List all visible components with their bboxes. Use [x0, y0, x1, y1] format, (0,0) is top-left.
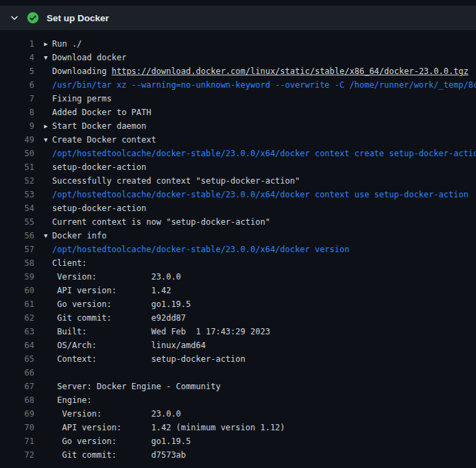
log-text: setup-docker-action: [52, 201, 146, 215]
log-line-content: ▼Download docker: [44, 51, 126, 64]
arrow-spacer: [44, 352, 52, 366]
line-number[interactable]: 61: [0, 297, 34, 311]
line-number[interactable]: 7: [0, 92, 34, 106]
log-line: 53/opt/hostedtoolcache/docker-stable/23.…: [0, 188, 476, 201]
line-number[interactable]: 4: [0, 51, 34, 64]
log-text: Current context is now "setup-docker-act…: [52, 215, 270, 229]
line-number[interactable]: 9: [0, 119, 34, 133]
log-line[interactable]: 56▼Docker info: [0, 229, 476, 243]
log-line-content: Server: Docker Engine - Community: [44, 380, 221, 393]
arrow-spacer: [44, 188, 52, 201]
group-collapsed-triangle-icon[interactable]: ▶: [44, 119, 52, 133]
arrow-spacer: [44, 201, 52, 215]
log-line[interactable]: 1▶Run ./: [0, 37, 476, 51]
log-line: 69 Version: 23.0.0: [0, 407, 476, 421]
log-line: 52Successfully created context "setup-do…: [0, 174, 476, 188]
line-number[interactable]: 62: [0, 311, 34, 325]
log-text: Client:: [52, 256, 87, 270]
log-line: 6/usr/bin/tar xz --warning=no-unknown-ke…: [0, 78, 476, 92]
log-text: Docker info: [52, 229, 106, 243]
step-header[interactable]: Set up Docker: [0, 5, 476, 30]
arrow-spacer: [44, 297, 52, 311]
arrow-spacer: [44, 338, 52, 352]
line-number[interactable]: 54: [0, 201, 34, 215]
line-number[interactable]: 71: [0, 434, 34, 448]
line-number[interactable]: 66: [0, 366, 34, 380]
log-line-content: /opt/hostedtoolcache/docker-stable/23.0.…: [44, 243, 349, 256]
line-number[interactable]: 8: [0, 106, 34, 119]
log-text: Git commit: e92dd87: [52, 311, 186, 325]
log-line[interactable]: 9▶Start Docker daemon: [0, 119, 476, 133]
log-line-content: ▶Start Docker daemon: [44, 119, 146, 133]
log-line-content: [44, 366, 52, 380]
arrow-spacer: [44, 160, 52, 174]
line-number[interactable]: 52: [0, 174, 34, 188]
line-number[interactable]: 50: [0, 147, 34, 160]
group-expanded-triangle-icon[interactable]: ▼: [44, 229, 52, 243]
log-line-content: Fixing perms: [44, 92, 112, 106]
line-number[interactable]: 63: [0, 325, 34, 338]
log-text: API version: 1.42: [52, 284, 171, 297]
log-line: 66: [0, 366, 476, 380]
arrow-spacer: [44, 434, 52, 448]
line-number[interactable]: 72: [0, 448, 34, 462]
arrow-spacer: [44, 284, 52, 297]
log-line-content: API version: 1.42: [44, 284, 171, 297]
line-number[interactable]: 1: [0, 37, 34, 51]
log-line[interactable]: 4▼Download docker: [0, 51, 476, 64]
line-number[interactable]: 59: [0, 270, 34, 284]
log-text: Engine:: [52, 393, 92, 407]
line-number[interactable]: 56: [0, 229, 34, 243]
log-line: 64 OS/Arch: linux/amd64: [0, 338, 476, 352]
log-line-content: Version: 23.0.0: [44, 270, 181, 284]
log-command-text: /opt/hostedtoolcache/docker-stable/23.0.…: [52, 147, 476, 160]
log-text: Server: Docker Engine - Community: [52, 380, 221, 393]
log-line-content: ▼Docker info: [44, 229, 106, 243]
arrow-spacer: [44, 325, 52, 338]
line-number[interactable]: 60: [0, 284, 34, 297]
log-command-text: /opt/hostedtoolcache/docker-stable/23.0.…: [52, 188, 468, 201]
line-number[interactable]: 64: [0, 338, 34, 352]
log-line-content: /opt/hostedtoolcache/docker-stable/23.0.…: [44, 147, 476, 160]
line-number[interactable]: 69: [0, 407, 34, 421]
log-line: 54setup-docker-action: [0, 201, 476, 215]
group-expanded-triangle-icon[interactable]: ▼: [44, 51, 52, 64]
group-expanded-triangle-icon[interactable]: ▼: [44, 133, 52, 147]
log-line[interactable]: 49▼Create Docker context: [0, 133, 476, 147]
log-line-content: Version: 23.0.0: [44, 407, 181, 421]
group-collapsed-triangle-icon[interactable]: ▶: [44, 37, 52, 51]
arrow-spacer: [44, 256, 52, 270]
line-number[interactable]: 70: [0, 421, 34, 434]
arrow-spacer: [44, 78, 52, 92]
arrow-spacer: [44, 407, 52, 421]
arrow-spacer: [44, 270, 52, 284]
log-line: 61 Go version: go1.19.5: [0, 297, 476, 311]
chevron-down-icon[interactable]: [10, 13, 19, 23]
line-number[interactable]: 51: [0, 160, 34, 174]
line-number[interactable]: 57: [0, 243, 34, 256]
log-line-content: Downloading https://download.docker.com/…: [44, 64, 468, 78]
log-line: 71 Go version: go1.19.5: [0, 434, 476, 448]
log-area: 1▶Run ./4▼Download docker5Downloading ht…: [0, 30, 476, 462]
log-line: 51setup-docker-action: [0, 160, 476, 174]
log-text: Version: 23.0.0: [52, 407, 181, 421]
arrow-spacer: [44, 393, 52, 407]
log-line: 57/opt/hostedtoolcache/docker-stable/23.…: [0, 243, 476, 256]
line-number[interactable]: 55: [0, 215, 34, 229]
line-number[interactable]: 53: [0, 188, 34, 201]
line-number[interactable]: 65: [0, 352, 34, 366]
line-number[interactable]: 6: [0, 78, 34, 92]
line-number[interactable]: 58: [0, 256, 34, 270]
line-number[interactable]: 5: [0, 64, 34, 78]
log-line: 50/opt/hostedtoolcache/docker-stable/23.…: [0, 147, 476, 160]
log-text: Create Docker context: [52, 133, 156, 147]
arrow-spacer: [44, 92, 52, 106]
log-text: Git commit: d7573ab: [52, 448, 186, 462]
log-line: 63 Built: Wed Feb 1 17:43:29 2023: [0, 325, 476, 338]
line-number[interactable]: 68: [0, 393, 34, 407]
log-text: Version: 23.0.0: [52, 270, 181, 284]
log-link[interactable]: https://download.docker.com/linux/static…: [112, 66, 468, 76]
line-number[interactable]: 67: [0, 380, 34, 393]
line-number[interactable]: 49: [0, 133, 34, 147]
log-command-text: /usr/bin/tar xz --warning=no-unknown-key…: [52, 78, 476, 92]
